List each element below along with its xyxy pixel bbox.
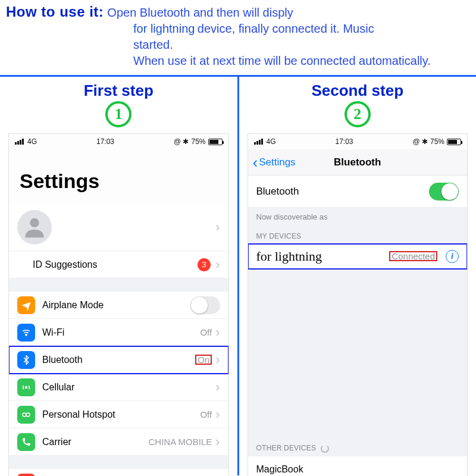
paired-device-row[interactable]: for lightning Connected i [248, 244, 468, 269]
airplane-toggle[interactable] [190, 296, 220, 314]
settings-screen: 4G 17:03 @ ✱ 75% Settings › [8, 133, 229, 476]
avatar-icon [17, 210, 52, 245]
bt-toggle-label: Bluetooth [256, 186, 430, 198]
carrier-row[interactable]: Carrier CHINA MOBILE › [9, 428, 228, 456]
nav-title: Bluetooth [334, 156, 381, 168]
other-device-row[interactable]: MagicBook [248, 456, 468, 476]
discoverable-note: Now discoverable as [248, 208, 468, 221]
back-chevron-icon: ‹ [253, 155, 258, 170]
status-time: 17:03 [96, 137, 114, 146]
instructions-device-tag: for lightning [133, 22, 195, 35]
page-title: Settings [9, 149, 228, 203]
spinner-icon [321, 444, 329, 453]
bluetooth-label: Bluetooth [42, 355, 195, 365]
device-name: for lightning [256, 249, 390, 264]
notifications-icon [17, 474, 35, 477]
battery-icon [447, 139, 461, 145]
first-step-column: First step 1 4G 17:03 @ ✱ 75% Settings [0, 77, 237, 475]
other-devices-header: OTHER DEVICES [248, 436, 468, 456]
cellular-row[interactable]: Cellular › [9, 374, 228, 401]
id-suggestions-row[interactable]: ID Suggestions 3 › [9, 251, 228, 278]
battery-pct: 75% [430, 137, 444, 146]
chevron-icon: › [215, 221, 220, 234]
battery-pct: 75% [191, 137, 205, 146]
empty-area [248, 269, 468, 436]
profile-row[interactable]: › [9, 203, 228, 251]
bluetooth-value: On [195, 355, 212, 365]
bluetooth-toggle[interactable] [429, 183, 459, 201]
carrier-value: CHINA MOBILE [148, 437, 212, 447]
instructions-line2: started. [133, 37, 470, 53]
section-spacer [9, 278, 228, 292]
bluetooth-toggle-row[interactable]: Bluetooth [248, 176, 468, 208]
cellular-label: Cellular [42, 382, 215, 393]
status-indicators: @ ✱ [412, 137, 428, 146]
instructions-title: How to use it: [6, 4, 104, 20]
wifi-label: Wi-Fi [42, 327, 200, 338]
battery-icon [208, 139, 223, 145]
section-spacer [9, 456, 228, 469]
second-step-title: Second step [239, 82, 477, 100]
other-devices-label: OTHER DEVICES [256, 444, 317, 452]
other-device-name: MagicBook [256, 464, 459, 475]
notifications-row[interactable]: Notifications › [9, 469, 228, 476]
hotspot-row[interactable]: Personal Hotspot Off › [9, 401, 228, 428]
step-number-2-icon: 2 [345, 101, 371, 127]
airplane-mode-row[interactable]: Airplane Mode [9, 292, 228, 319]
svg-point-3 [23, 413, 26, 416]
status-time: 17:03 [335, 137, 353, 146]
chevron-icon: › [215, 436, 220, 449]
chevron-icon: › [215, 326, 220, 339]
cellular-icon [17, 378, 35, 396]
device-status: Connected [389, 251, 437, 261]
instructions-line3: When use it at next time will be connect… [133, 53, 470, 69]
airplane-label: Airplane Mode [42, 300, 190, 311]
signal-icon [15, 139, 24, 145]
status-bar: 4G 17:03 @ ✱ 75% [248, 134, 468, 149]
chevron-icon: › [215, 353, 220, 367]
instructions-line1b: device, finally connected it. Music [198, 22, 374, 35]
status-bar: 4G 17:03 @ ✱ 75% [9, 134, 228, 149]
carrier-label: Carrier [42, 437, 148, 447]
hotspot-value: Off [200, 409, 212, 419]
back-label: Settings [259, 156, 295, 168]
chevron-icon: › [215, 408, 220, 421]
bluetooth-row[interactable]: Bluetooth On › [9, 346, 228, 374]
nav-bar: ‹ Settings Bluetooth [248, 149, 468, 176]
chevron-icon: › [215, 381, 220, 394]
back-button[interactable]: ‹ Settings [253, 155, 296, 170]
instructions-line1a: Open Bluetooth and then will disply [107, 5, 293, 21]
id-suggestions-label: ID Suggestions [33, 259, 198, 270]
first-step-title: First step [0, 82, 237, 100]
svg-point-1 [26, 334, 27, 335]
signal-icon [254, 139, 263, 145]
hotspot-label: Personal Hotspot [42, 409, 200, 420]
bluetooth-icon [17, 351, 35, 369]
my-devices-header: MY DEVICES [248, 221, 468, 244]
wifi-icon [17, 324, 35, 342]
hotspot-icon [17, 406, 35, 424]
svg-point-0 [30, 218, 39, 227]
badge-count: 3 [198, 258, 211, 271]
phone-icon [17, 433, 35, 451]
svg-point-4 [26, 413, 30, 416]
carrier-type: 4G [267, 137, 276, 146]
svg-point-2 [26, 386, 27, 388]
carrier-type: 4G [27, 137, 37, 146]
wifi-row[interactable]: Wi-Fi Off › [9, 319, 228, 346]
instructions-block: How to use it: Open Bluetooth and then w… [0, 0, 476, 71]
chevron-icon: › [215, 258, 220, 271]
info-icon[interactable]: i [446, 250, 459, 263]
bluetooth-screen: 4G 17:03 @ ✱ 75% ‹ Settings Bluetooth Bl… [248, 133, 468, 476]
status-indicators: @ ✱ [174, 137, 189, 146]
step-number-1-icon: 1 [105, 101, 131, 127]
second-step-column: Second step 2 4G 17:03 @ ✱ 75% ‹ Set [239, 77, 477, 475]
airplane-icon [17, 296, 35, 314]
wifi-value: Off [200, 327, 212, 337]
